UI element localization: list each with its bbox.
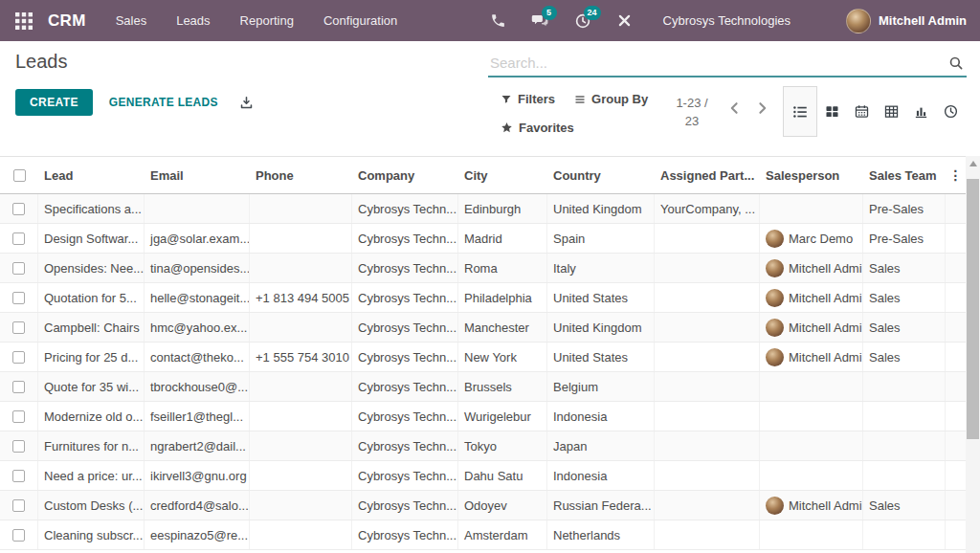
select-all-checkbox[interactable]: [13, 169, 26, 182]
column-header-lead[interactable]: Lead: [38, 157, 145, 193]
cell-assigned-partner: [655, 313, 760, 342]
search-input[interactable]: [488, 49, 967, 77]
cell-company: Cybrosys Techn...: [352, 461, 458, 490]
cell-city: Amsterdam: [458, 520, 547, 549]
cell-phone: [250, 520, 352, 549]
cell-city: Brussels: [458, 372, 547, 401]
column-header-country[interactable]: Country: [547, 157, 655, 193]
table-row[interactable]: Design Softwar... jga@solar.exam... Cybr…: [0, 224, 966, 254]
cell-phone: [250, 194, 352, 223]
favorites-dropdown[interactable]: Favorites: [501, 121, 574, 135]
pivot-view-icon: [883, 103, 900, 120]
scrollbar-thumb[interactable]: [967, 179, 979, 439]
export-download-icon[interactable]: [238, 95, 255, 111]
cell-email: tina@opensides...: [145, 254, 250, 282]
cell-country: Indonesia: [547, 461, 655, 490]
cell-company: Cybrosys Techn...: [352, 491, 458, 520]
cell-phone: [250, 254, 352, 282]
table-row[interactable]: Need a price: ur... ikirvell3@gnu.org Cy…: [0, 461, 966, 491]
row-checkbox[interactable]: [12, 351, 25, 364]
view-graph-button[interactable]: [906, 86, 936, 137]
cell-city: Manchester: [458, 313, 547, 342]
pager-next-icon[interactable]: [754, 100, 769, 116]
activities-icon[interactable]: 24: [573, 11, 592, 31]
cell-salesperson: Mitchell Admi: [760, 491, 863, 520]
generate-leads-button[interactable]: GENERATE LEADS: [109, 96, 218, 109]
cell-salesperson: [760, 194, 863, 223]
table-row[interactable]: Furnitures for n... ngrabert2@dail... Cy…: [0, 431, 966, 461]
row-checkbox[interactable]: [12, 232, 25, 245]
table-row[interactable]: Opensides: Nee... tina@opensides... Cybr…: [0, 254, 966, 283]
pager-previous-icon[interactable]: [727, 100, 743, 116]
cell-city: Dahu Satu: [458, 461, 547, 490]
table-row[interactable]: Cleaning subscr... eespinazo5@re... Cybr…: [0, 520, 966, 550]
apps-grid-icon[interactable]: [13, 11, 34, 32]
cell-salesperson: Mitchell Admi: [760, 254, 863, 282]
create-button[interactable]: CREATE: [15, 89, 93, 116]
row-checkbox[interactable]: [12, 440, 25, 453]
column-header-sales-team[interactable]: Sales Team: [863, 157, 946, 193]
cell-lead: Campbell: Chairs: [38, 313, 145, 342]
row-checkbox[interactable]: [12, 292, 25, 304]
search-icon[interactable]: [947, 55, 965, 76]
phone-icon[interactable]: [489, 11, 508, 31]
cell-salesperson: Mitchell Admi: [760, 283, 863, 312]
table-row[interactable]: Modernize old o... fseiller1@thegl... Cy…: [0, 402, 966, 431]
table-row[interactable]: Quote for 35 wi... tbrockhouse0@... Cybr…: [0, 372, 966, 402]
company-switcher[interactable]: Cybrosys Technologies: [663, 13, 791, 28]
cell-salesperson: [760, 520, 863, 549]
cell-company: Cybrosys Techn...: [352, 343, 458, 371]
column-header-assigned-partner[interactable]: Assigned Part...: [655, 157, 760, 193]
table-row[interactable]: Custom Desks (... credford4@salo... Cybr…: [0, 491, 966, 520]
column-header-city[interactable]: City: [458, 157, 547, 193]
row-checkbox[interactable]: [12, 262, 25, 275]
scrollbar-up-icon[interactable]: [966, 156, 980, 171]
view-activity-button[interactable]: [936, 86, 966, 137]
cell-lead: Pricing for 25 d...: [38, 343, 145, 371]
cell-salesperson: Mitchell Admi: [760, 343, 863, 371]
cell-sales-team: Pre-Sales: [863, 194, 946, 223]
cell-email: [145, 194, 250, 223]
column-header-company[interactable]: Company: [352, 157, 458, 193]
table-row[interactable]: Quotation for 5... helle@stonageit... +1…: [0, 283, 966, 313]
menu-reporting[interactable]: Reporting: [240, 13, 294, 28]
column-header-email[interactable]: Email: [145, 157, 250, 193]
cell-phone: [250, 491, 352, 520]
view-calendar-button[interactable]: [847, 86, 877, 137]
table-row[interactable]: Pricing for 25 d... contact@theko... +1 …: [0, 343, 966, 372]
group-by-dropdown[interactable]: Group By: [574, 92, 648, 106]
row-checkbox[interactable]: [12, 381, 25, 393]
view-list-button[interactable]: [783, 86, 817, 137]
cell-company: Cybrosys Techn...: [352, 402, 458, 431]
cell-country: United States: [547, 343, 655, 371]
pager-value[interactable]: 1-23 / 23: [667, 95, 717, 131]
view-kanban-button[interactable]: [817, 86, 847, 137]
messages-icon[interactable]: 5: [531, 11, 550, 31]
menu-configuration[interactable]: Configuration: [323, 13, 397, 28]
cell-assigned-partner: YourCompany, ...: [655, 194, 760, 223]
cell-email: hmc@yahoo.ex...: [145, 313, 250, 342]
table-row[interactable]: Specifications a... Cybrosys Techn... Ed…: [0, 194, 966, 224]
salesperson-avatar: [766, 289, 784, 307]
menu-leads[interactable]: Leads: [176, 13, 210, 28]
salesperson-avatar: [766, 230, 784, 248]
row-checkbox[interactable]: [12, 410, 25, 423]
filters-dropdown[interactable]: Filters: [501, 92, 555, 106]
cell-assigned-partner: [655, 372, 760, 401]
cell-lead: Modernize old o...: [38, 402, 145, 431]
column-header-salesperson[interactable]: Salesperson: [760, 157, 863, 193]
optional-columns-icon[interactable]: ⋮: [949, 168, 963, 182]
user-menu[interactable]: Mitchell Admin: [846, 9, 967, 33]
row-checkbox[interactable]: [12, 470, 25, 482]
tools-icon[interactable]: [615, 11, 635, 31]
app-title: CRM: [48, 11, 86, 31]
column-header-phone[interactable]: Phone: [250, 157, 352, 193]
row-checkbox[interactable]: [12, 203, 25, 215]
menu-sales[interactable]: Sales: [116, 13, 147, 28]
row-checkbox[interactable]: [12, 499, 25, 512]
cell-assigned-partner: [655, 461, 760, 490]
view-pivot-button[interactable]: [877, 86, 906, 137]
row-checkbox[interactable]: [12, 529, 25, 542]
table-row[interactable]: Campbell: Chairs hmc@yahoo.ex... Cybrosy…: [0, 313, 966, 343]
row-checkbox[interactable]: [12, 321, 25, 334]
